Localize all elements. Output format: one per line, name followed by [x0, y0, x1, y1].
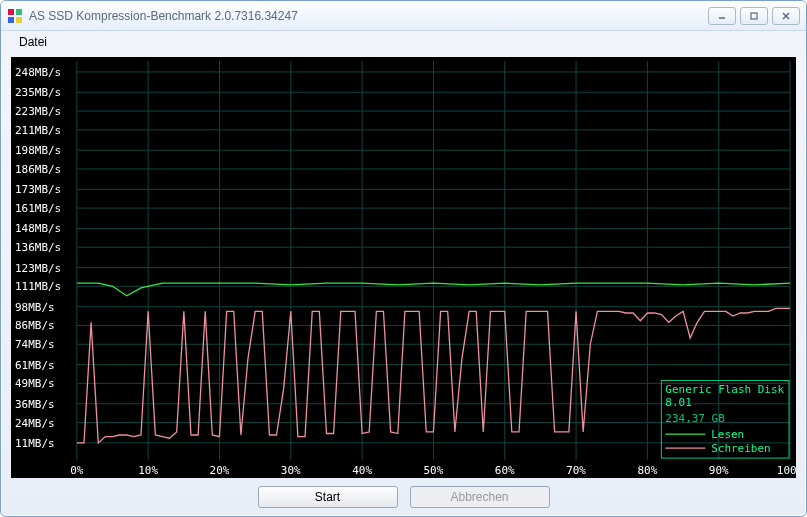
- svg-text:Schreiben: Schreiben: [711, 442, 770, 455]
- svg-text:50%: 50%: [424, 464, 444, 477]
- svg-text:161MB/s: 161MB/s: [15, 202, 61, 215]
- svg-rect-3: [16, 17, 22, 23]
- chart-area: 11MB/s24MB/s36MB/s49MB/s61MB/s74MB/s86MB…: [11, 57, 796, 478]
- svg-text:49MB/s: 49MB/s: [15, 377, 55, 390]
- svg-text:36MB/s: 36MB/s: [15, 398, 55, 411]
- svg-text:70%: 70%: [566, 464, 586, 477]
- svg-text:90%: 90%: [709, 464, 729, 477]
- svg-text:123MB/s: 123MB/s: [15, 262, 61, 275]
- svg-text:30%: 30%: [281, 464, 301, 477]
- svg-text:11MB/s: 11MB/s: [15, 437, 55, 450]
- svg-text:136MB/s: 136MB/s: [15, 241, 61, 254]
- titlebar: AS SSD Kompression-Benchmark 2.0.7316.34…: [1, 1, 806, 31]
- button-row: Start Abbrechen: [1, 484, 806, 516]
- start-button[interactable]: Start: [258, 486, 398, 508]
- svg-text:Lesen: Lesen: [711, 428, 744, 441]
- svg-text:100%: 100%: [777, 464, 796, 477]
- svg-text:186MB/s: 186MB/s: [15, 163, 61, 176]
- window-controls: [708, 7, 800, 25]
- svg-text:10%: 10%: [138, 464, 158, 477]
- window-title: AS SSD Kompression-Benchmark 2.0.7316.34…: [29, 9, 702, 23]
- svg-text:60%: 60%: [495, 464, 515, 477]
- svg-rect-1: [16, 9, 22, 15]
- svg-text:173MB/s: 173MB/s: [15, 183, 61, 196]
- app-icon: [7, 8, 23, 24]
- svg-rect-2: [8, 17, 14, 23]
- svg-text:40%: 40%: [352, 464, 372, 477]
- svg-rect-5: [751, 13, 757, 19]
- svg-text:234,37 GB: 234,37 GB: [665, 412, 725, 425]
- svg-text:235MB/s: 235MB/s: [15, 86, 61, 99]
- svg-text:61MB/s: 61MB/s: [15, 359, 55, 372]
- svg-text:24MB/s: 24MB/s: [15, 417, 55, 430]
- svg-text:Generic Flash Disk: Generic Flash Disk: [665, 383, 784, 396]
- svg-text:80%: 80%: [637, 464, 657, 477]
- maximize-button[interactable]: [740, 7, 768, 25]
- svg-text:211MB/s: 211MB/s: [15, 124, 61, 137]
- svg-text:223MB/s: 223MB/s: [15, 105, 61, 118]
- svg-text:0%: 0%: [70, 464, 84, 477]
- menubar: Datei: [1, 31, 806, 53]
- svg-text:148MB/s: 148MB/s: [15, 222, 61, 235]
- benchmark-chart: 11MB/s24MB/s36MB/s49MB/s61MB/s74MB/s86MB…: [11, 57, 796, 478]
- svg-text:8.01: 8.01: [665, 396, 691, 409]
- svg-text:20%: 20%: [210, 464, 230, 477]
- svg-text:74MB/s: 74MB/s: [15, 338, 55, 351]
- svg-text:198MB/s: 198MB/s: [15, 144, 61, 157]
- svg-text:98MB/s: 98MB/s: [15, 301, 55, 314]
- close-button[interactable]: [772, 7, 800, 25]
- minimize-button[interactable]: [708, 7, 736, 25]
- svg-text:86MB/s: 86MB/s: [15, 319, 55, 332]
- svg-rect-0: [8, 9, 14, 15]
- svg-text:248MB/s: 248MB/s: [15, 66, 61, 79]
- svg-text:111MB/s: 111MB/s: [15, 280, 61, 293]
- cancel-button: Abbrechen: [410, 486, 550, 508]
- app-window: AS SSD Kompression-Benchmark 2.0.7316.34…: [0, 0, 807, 517]
- menu-file[interactable]: Datei: [11, 33, 55, 51]
